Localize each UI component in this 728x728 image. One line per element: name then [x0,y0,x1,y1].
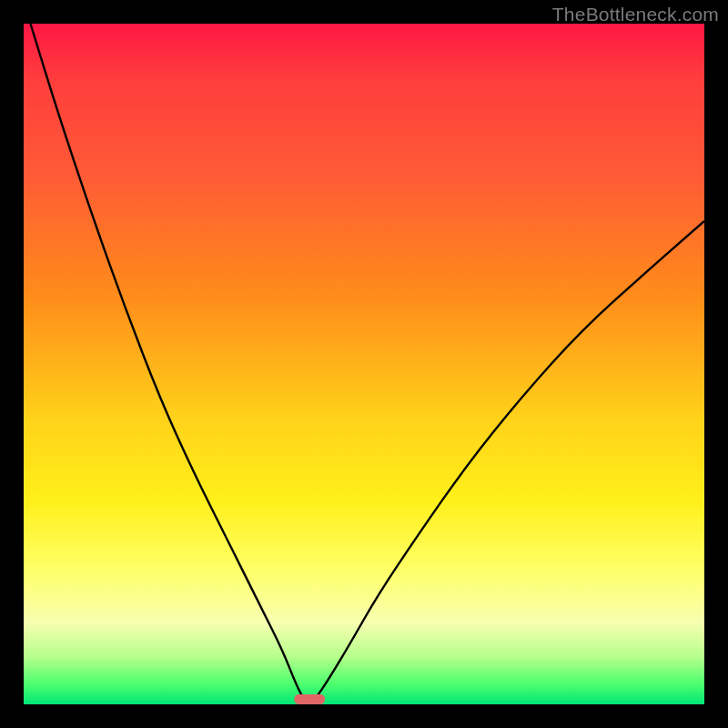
chart-svg [24,24,704,704]
plot-area [24,24,704,704]
bottleneck-curve [30,24,704,703]
chart-frame: TheBottleneck.com [0,0,728,728]
watermark-text: TheBottleneck.com [552,4,719,25]
optimal-marker [294,694,325,704]
